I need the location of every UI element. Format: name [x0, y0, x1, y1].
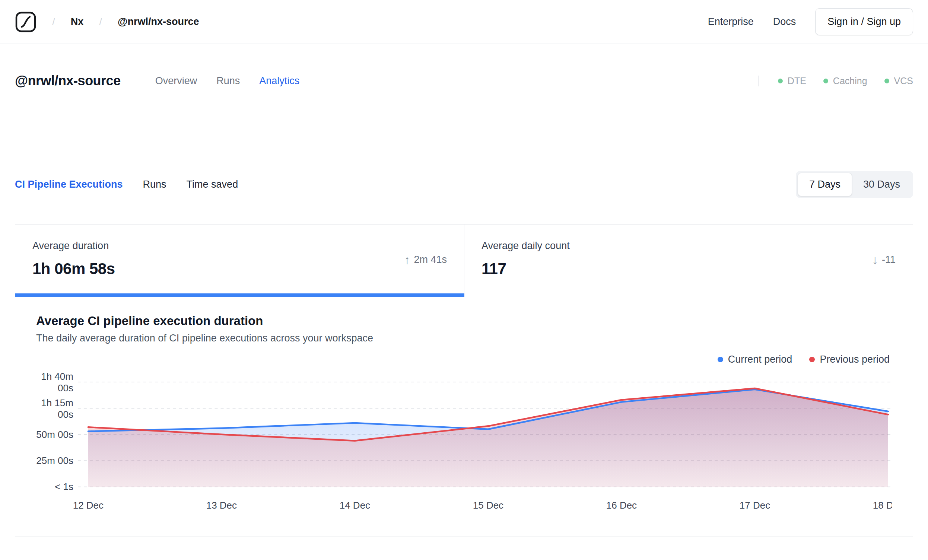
legend-dot-current-icon	[717, 357, 723, 362]
date-range-toggle: 7 Days 30 Days	[796, 171, 913, 198]
breadcrumb: / Nx / @nrwl/nx-source	[15, 11, 199, 33]
chart-subtitle: The daily average duration of CI pipelin…	[36, 333, 892, 344]
docs-link[interactable]: Docs	[773, 16, 796, 27]
breadcrumb-repo[interactable]: @nrwl/nx-source	[118, 16, 199, 27]
analytics-filter-row: CI Pipeline Executions Runs Time saved 7…	[0, 171, 928, 198]
svg-text:15 Dec: 15 Dec	[473, 500, 504, 511]
workspace-tabs: Overview Runs Analytics	[155, 75, 300, 87]
header-divider	[138, 71, 138, 91]
nx-logo-icon	[15, 11, 37, 33]
svg-text:17 Dec: 17 Dec	[740, 500, 770, 511]
breadcrumb-org[interactable]: Nx	[71, 16, 84, 27]
duration-chart: < 1s25m 00s50m 00s1h 15m00s1h 40m00s12 D…	[36, 368, 892, 528]
svg-text:13 Dec: 13 Dec	[206, 500, 237, 511]
svg-text:12 Dec: 12 Dec	[73, 500, 104, 511]
svg-text:16 Dec: 16 Dec	[606, 500, 637, 511]
stat-delta: ↑ 2m 41s	[404, 254, 447, 266]
tab-analytics[interactable]: Analytics	[259, 75, 299, 87]
legend-label: Current period	[728, 354, 792, 365]
arrow-up-icon: ↑	[404, 254, 410, 266]
stat-card-average-duration[interactable]: Average duration 1h 06m 58s ↑ 2m 41s	[15, 224, 464, 295]
active-stat-indicator	[15, 293, 464, 297]
topbar: / Nx / @nrwl/nx-source Enterprise Docs S…	[0, 0, 928, 44]
arrow-down-icon: ↓	[872, 254, 878, 266]
analytics-tabs: CI Pipeline Executions Runs Time saved	[15, 179, 238, 190]
delta-value: 2m 41s	[414, 254, 447, 266]
analytics-panel: Average duration 1h 06m 58s ↑ 2m 41s Ave…	[15, 224, 913, 537]
nx-cloud-logo[interactable]	[15, 11, 37, 33]
status-label: DTE	[788, 76, 806, 86]
legend-item-current-period[interactable]: Current period	[717, 354, 792, 365]
status-label: VCS	[894, 76, 913, 86]
tab-runs-analytics[interactable]: Runs	[143, 179, 166, 190]
stat-delta: ↓ -11	[872, 254, 896, 266]
svg-text:1h 15m00s: 1h 15m00s	[41, 398, 73, 420]
stat-value: 117	[481, 260, 896, 278]
tab-ci-pipeline-executions[interactable]: CI Pipeline Executions	[15, 179, 123, 190]
tab-runs[interactable]: Runs	[216, 75, 240, 87]
chart-legend: Current period Previous period	[36, 354, 892, 365]
delta-value: -11	[882, 254, 896, 266]
status-caching: Caching	[823, 76, 867, 86]
tab-time-saved[interactable]: Time saved	[186, 179, 238, 190]
svg-text:25m 00s: 25m 00s	[36, 455, 73, 466]
page-header-left: @nrwl/nx-source Overview Runs Analytics	[15, 71, 299, 91]
status-dot-icon	[778, 79, 783, 83]
page-title: @nrwl/nx-source	[15, 73, 121, 89]
svg-text:14 Dec: 14 Dec	[340, 500, 370, 511]
enterprise-link[interactable]: Enterprise	[708, 16, 754, 27]
stat-label: Average daily count	[481, 240, 896, 252]
chart-panel: Average CI pipeline execution duration T…	[15, 295, 913, 537]
legend-dot-previous-icon	[809, 357, 815, 362]
status-indicators: DTE Caching VCS	[758, 76, 913, 86]
breadcrumb-separator: /	[52, 16, 55, 28]
stat-label: Average duration	[32, 240, 447, 252]
page-header: @nrwl/nx-source Overview Runs Analytics …	[0, 71, 928, 91]
tab-overview[interactable]: Overview	[155, 75, 197, 87]
signin-button[interactable]: Sign in / Sign up	[815, 8, 913, 35]
status-dot-icon	[884, 79, 889, 83]
status-dte: DTE	[778, 76, 806, 86]
range-7-days-button[interactable]: 7 Days	[798, 173, 852, 196]
legend-item-previous-period[interactable]: Previous period	[809, 354, 890, 365]
range-30-days-button[interactable]: 30 Days	[852, 173, 911, 196]
chart-title: Average CI pipeline execution duration	[36, 314, 892, 328]
svg-text:< 1s: < 1s	[55, 482, 73, 492]
stats-row: Average duration 1h 06m 58s ↑ 2m 41s Ave…	[15, 224, 913, 295]
legend-label: Previous period	[820, 354, 890, 365]
status-label: Caching	[833, 76, 867, 86]
stat-card-average-daily-count[interactable]: Average daily count 117 ↓ -11	[464, 224, 913, 295]
svg-text:18 Dec: 18 Dec	[873, 500, 892, 511]
status-dot-icon	[823, 79, 828, 83]
topbar-actions: Enterprise Docs Sign in / Sign up	[708, 8, 913, 35]
svg-text:50m 00s: 50m 00s	[36, 429, 73, 440]
stat-value: 1h 06m 58s	[32, 260, 447, 278]
status-vcs: VCS	[884, 76, 913, 86]
svg-text:1h 40m00s: 1h 40m00s	[41, 371, 73, 393]
breadcrumb-separator: /	[99, 16, 102, 28]
